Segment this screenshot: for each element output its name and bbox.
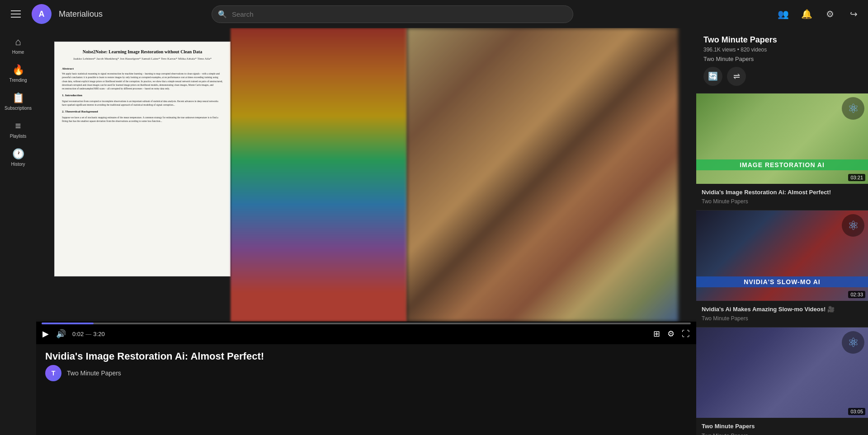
- progress-fill: [42, 323, 94, 324]
- menu-button[interactable]: [7, 7, 24, 21]
- rv-channel-3: Two Minute Papers: [702, 433, 863, 435]
- related-video-1[interactable]: ⚛ IMAGE RESTORATION AI 03:21 Nvidia's Im…: [696, 94, 868, 210]
- channel-header: Two Minute Papers 396.1K views • 820 vid…: [696, 28, 868, 94]
- rv-info-3: Two Minute Papers Two Minute Papers: [696, 418, 868, 435]
- topbar: A Materialious 🔍 👥 🔔 ⚙ ↪: [0, 0, 868, 28]
- paper-thumbnail: Noise2Noise: Learning Image Restoration …: [54, 42, 231, 276]
- atom-badge-1: ⚛: [842, 97, 864, 120]
- paper-abstract-label: Abstract: [62, 67, 223, 70]
- search-icon: 🔍: [218, 10, 227, 19]
- rv-thumbnail-1: ⚛ IMAGE RESTORATION AI 03:21: [696, 94, 868, 184]
- playlists-icon: ≡: [15, 120, 21, 132]
- video-title: Nvidia's Image Restoration Ai: Almost Pe…: [45, 351, 687, 362]
- topbar-left: A Materialious: [7, 4, 107, 24]
- related-video-2[interactable]: ⚛ NVIDIA'S SLOW-MO AI 02:33 Nvidia's Ai …: [696, 210, 868, 327]
- paper-authors: Jaakko Lehtinen* Jacob Munkberg* Jon Has…: [62, 57, 223, 61]
- sidebar: ⌂ Home 🔥 Trending 📋 Subscriptions ≡ Play…: [0, 28, 36, 435]
- rv-thumbnail-3: ⚛ 03:05: [696, 327, 868, 418]
- atom-badge-3: ⚛: [842, 331, 864, 354]
- paper-title: Noise2Noise: Learning Image Restoration …: [62, 49, 223, 54]
- rv-thumbnail-2: ⚛ NVIDIA'S SLOW-MO AI 02:33: [696, 210, 868, 301]
- video-canvas[interactable]: Noise2Noise: Learning Image Restoration …: [36, 28, 696, 322]
- channel-name-small: Two Minute Papers: [703, 56, 861, 62]
- progress-bar[interactable]: [42, 323, 691, 324]
- rv-duration-1: 03:21: [848, 174, 865, 181]
- sidebar-item-label: Trending: [9, 78, 27, 83]
- bell-icon[interactable]: 🔔: [799, 7, 814, 21]
- rv-channel-1: Two Minute Papers: [702, 198, 863, 205]
- signout-icon[interactable]: ↪: [846, 7, 861, 21]
- settings-icon[interactable]: ⚙: [823, 7, 837, 21]
- channel-title: Two Minute Papers: [703, 35, 861, 45]
- sidebar-item-label: Playlists: [10, 134, 27, 139]
- sidebar-item-subscriptions[interactable]: 📋 Subscriptions: [0, 88, 36, 116]
- shuffle-button[interactable]: ⇌: [727, 67, 746, 86]
- rv-channel-2: Two Minute Papers: [702, 315, 863, 322]
- play-button[interactable]: ▶: [42, 328, 50, 340]
- rv-title-2: Nvidia's Ai Makes Amazing Slow-mo Videos…: [702, 305, 863, 313]
- video-player: Noise2Noise: Learning Image Restoration …: [36, 28, 696, 344]
- atom-badge-2: ⚛: [842, 214, 864, 237]
- sidebar-item-playlists[interactable]: ≡ Playlists: [0, 116, 36, 144]
- video-face: [407, 28, 678, 322]
- rv-title-3: Two Minute Papers: [702, 422, 863, 430]
- controls-row: ▶ 🔊 0:02 — 3:20 ⊞ ⚙ ⛶: [42, 328, 691, 340]
- rv-banner-1: IMAGE RESTORATION AI: [696, 159, 868, 170]
- controls-right: ⊞ ⚙ ⛶: [652, 328, 691, 340]
- paper-body: We apply basic statistical reasoning to …: [62, 72, 223, 123]
- rv-banner-2: NVIDIA'S SLOW-MO AI: [696, 276, 868, 287]
- app-title: Materialious: [59, 9, 103, 19]
- subscriptions-icon: 📋: [12, 92, 24, 104]
- right-panel: Two Minute Papers 396.1K views • 820 vid…: [696, 28, 868, 435]
- sidebar-item-label: Home: [12, 50, 24, 55]
- miniplayer-button[interactable]: ⊞: [652, 328, 661, 340]
- trending-icon: 🔥: [12, 64, 24, 76]
- total-time: 3:20: [93, 331, 104, 337]
- video-info: Nvidia's Image Restoration Ai: Almost Pe…: [36, 344, 696, 385]
- settings-button[interactable]: ⚙: [666, 328, 675, 340]
- search-input[interactable]: [212, 5, 573, 23]
- sidebar-item-label: History: [11, 162, 25, 167]
- time-display: 0:02 — 3:20: [72, 331, 105, 337]
- current-time: 0:02: [72, 331, 84, 337]
- content-area: Noise2Noise: Learning Image Restoration …: [36, 28, 696, 435]
- history-icon: 🕐: [12, 148, 24, 160]
- search-bar: 🔍: [212, 5, 573, 23]
- channel-avatar: T: [45, 365, 61, 381]
- sidebar-item-trending[interactable]: 🔥 Trending: [0, 60, 36, 88]
- avatar: A: [32, 4, 52, 24]
- related-video-3[interactable]: ⚛ 03:05 Two Minute Papers Two Minute Pap…: [696, 327, 868, 435]
- volume-button[interactable]: 🔊: [55, 328, 67, 340]
- subscribe-button[interactable]: 🔄: [703, 67, 722, 86]
- time-separator: —: [85, 331, 91, 337]
- channel-actions: 🔄 ⇌: [703, 67, 861, 86]
- channel-row: T Two Minute Papers: [45, 365, 687, 381]
- rv-duration-3: 03:05: [848, 408, 865, 415]
- users-icon[interactable]: 👥: [776, 7, 790, 21]
- sidebar-item-home[interactable]: ⌂ Home: [0, 32, 36, 60]
- rv-info-1: Nvidia's Image Restoration Ai: Almost Pe…: [696, 184, 868, 210]
- rv-info-2: Nvidia's Ai Makes Amazing Slow-mo Videos…: [696, 301, 868, 327]
- rv-duration-2: 02:33: [848, 291, 865, 298]
- rv-title-1: Nvidia's Image Restoration Ai: Almost Pe…: [702, 188, 863, 196]
- channel-name: Two Minute Papers: [67, 370, 121, 377]
- topbar-right: 👥 🔔 ⚙ ↪: [776, 7, 861, 21]
- sidebar-item-history[interactable]: 🕐 History: [0, 144, 36, 172]
- video-bg-color: [231, 28, 407, 322]
- main-layout: ⌂ Home 🔥 Trending 📋 Subscriptions ≡ Play…: [0, 28, 868, 435]
- fullscreen-button[interactable]: ⛶: [681, 328, 691, 340]
- video-controls: ▶ 🔊 0:02 — 3:20 ⊞ ⚙ ⛶: [36, 319, 696, 344]
- channel-meta: 396.1K views • 820 videos: [703, 47, 861, 53]
- home-icon: ⌂: [15, 36, 21, 48]
- sidebar-item-label: Subscriptions: [5, 106, 32, 111]
